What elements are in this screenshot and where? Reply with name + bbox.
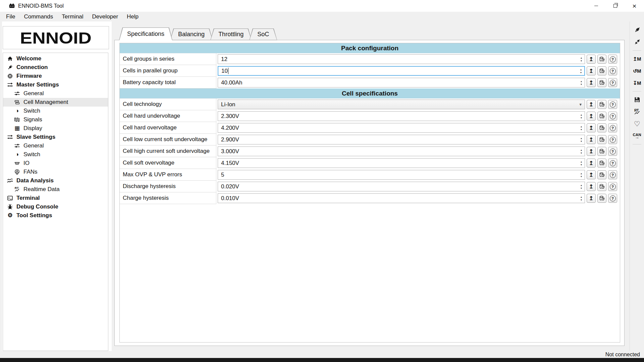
tab-throttling[interactable]: Throttling <box>210 28 252 40</box>
read-value-button[interactable] <box>597 66 606 75</box>
discharge-hysteresis-input[interactable]: 0.020V▴▾ <box>218 182 585 191</box>
sidebar-item-display[interactable]: ▦Display <box>3 124 108 133</box>
maximize-button[interactable] <box>606 0 625 12</box>
help-button[interactable]: ? <box>608 55 617 64</box>
save-button[interactable] <box>632 95 642 104</box>
sidebar-item-fans[interactable]: FANs <box>3 168 108 176</box>
close-button[interactable]: × <box>625 0 644 12</box>
cell-hard-overvoltage-input[interactable]: 4.200V▴▾ <box>218 123 585 133</box>
read-value-button[interactable] <box>597 55 606 64</box>
sidebar-item-welcome[interactable]: Welcome <box>3 54 108 63</box>
write-value-button[interactable]: ↥ <box>587 170 596 179</box>
spinner-buttons[interactable]: ▴▾ <box>579 182 584 191</box>
spinner-buttons[interactable]: ▴▾ <box>578 67 584 75</box>
read-value-button[interactable] <box>597 182 606 191</box>
can-bus-button[interactable]: CAN→ <box>632 131 642 140</box>
sidebar-item-general[interactable]: General <box>3 89 108 98</box>
tab-balancing[interactable]: Balancing <box>170 28 213 40</box>
read-value-button[interactable] <box>597 147 606 156</box>
sidebar-item-realtime-data[interactable]: RTRealtime Data <box>3 185 108 194</box>
menu-help[interactable]: Help <box>122 12 143 21</box>
sync-master-button[interactable]: ↺M <box>632 66 642 75</box>
spinner-buttons[interactable]: ▴▾ <box>579 194 584 202</box>
sidebar-item-io[interactable]: IO <box>3 159 108 168</box>
spinner-buttons[interactable]: ▴▾ <box>579 55 584 63</box>
help-button[interactable]: ? <box>608 182 617 191</box>
spinner-buttons[interactable]: ▴▾ <box>579 147 584 156</box>
realtime-data-button[interactable]: RT <box>632 107 642 116</box>
sidebar-item-general[interactable]: General <box>3 141 108 150</box>
support-button[interactable]: ♡ <box>632 119 642 128</box>
write-master-button[interactable]: ↥M <box>632 54 642 63</box>
spinner-buttons[interactable]: ▴▾ <box>579 171 584 179</box>
charge-hysteresis-input[interactable]: 0.010V▴▾ <box>218 193 585 203</box>
help-button[interactable]: ? <box>608 123 617 132</box>
help-button[interactable]: ? <box>608 100 617 109</box>
cell-technology-select[interactable]: Li-Ion▾ <box>218 100 585 109</box>
menu-terminal[interactable]: Terminal <box>57 12 88 21</box>
write-value-button[interactable]: ↥ <box>587 112 596 121</box>
write-value-button[interactable]: ↥ <box>587 55 596 64</box>
write-value-button[interactable]: ↥ <box>587 194 596 203</box>
write-value-button[interactable]: ↥ <box>587 66 596 75</box>
help-button[interactable]: ? <box>608 66 617 75</box>
write-value-button[interactable]: ↥ <box>587 135 596 144</box>
help-button[interactable]: ? <box>608 112 617 121</box>
menu-commands[interactable]: Commands <box>19 12 57 21</box>
spinner-buttons[interactable]: ▴▾ <box>579 159 584 167</box>
read-value-button[interactable] <box>597 135 606 144</box>
write-value-button[interactable]: ↥ <box>587 123 596 132</box>
minimize-button[interactable] <box>587 0 606 12</box>
read-master-button[interactable]: ↧M <box>632 78 642 87</box>
spinner-buttons[interactable]: ▴▾ <box>579 135 584 144</box>
sidebar-item-connection[interactable]: Connection <box>3 63 108 72</box>
sidebar-item-slave-settings[interactable]: Slave Settings <box>3 133 108 141</box>
sidebar-item-signals[interactable]: Signals <box>3 115 108 124</box>
sidebar-item-terminal[interactable]: Terminal <box>3 194 108 202</box>
read-value-button[interactable] <box>597 100 606 109</box>
write-value-button[interactable]: ↥ <box>587 159 596 168</box>
sidebar-item-switch[interactable]: ◑Switch <box>3 107 108 115</box>
write-value-button[interactable]: ↥ <box>587 147 596 156</box>
read-value-button[interactable] <box>597 170 606 179</box>
tab-specifications[interactable]: Specifications <box>119 27 172 40</box>
cell-soft-overvoltage-input[interactable]: 4.150V▴▾ <box>218 158 585 168</box>
spinner-buttons[interactable]: ▴▾ <box>579 112 584 120</box>
sidebar-item-master-settings[interactable]: Master Settings <box>3 80 108 89</box>
help-button[interactable]: ? <box>608 147 617 156</box>
cell-hard-undervoltage-input[interactable]: 2.300V▴▾ <box>218 111 585 121</box>
help-button[interactable]: ? <box>608 135 617 144</box>
tab-soc[interactable]: SoC <box>249 28 277 40</box>
sidebar-item-cell-management[interactable]: Cell Management <box>3 98 108 107</box>
sidebar-item-data-analysis[interactable]: Data Analysis <box>3 176 108 185</box>
sidebar-item-switch[interactable]: ◑Switch <box>3 150 108 159</box>
write-value-button[interactable]: ↥ <box>587 78 596 87</box>
cells-in-parallel-group-input[interactable]: 10▴▾ <box>218 66 585 76</box>
max-ovp-uvp-errors-input[interactable]: 5▴▾ <box>218 170 585 180</box>
disconnect-button[interactable] <box>632 38 642 47</box>
write-value-button[interactable]: ↥ <box>587 182 596 191</box>
connect-button[interactable] <box>632 25 642 35</box>
help-button[interactable]: ? <box>608 170 617 179</box>
read-value-button[interactable] <box>597 159 606 168</box>
read-value-button[interactable] <box>597 194 606 203</box>
read-value-button[interactable] <box>597 112 606 121</box>
sidebar-item-debug-console[interactable]: Debug Console <box>3 202 108 211</box>
help-button[interactable]: ? <box>608 159 617 168</box>
menu-file[interactable]: File <box>2 12 19 21</box>
help-button[interactable]: ? <box>608 194 617 203</box>
battery-capacity-total-input[interactable]: 40.00Ah▴▾ <box>218 78 585 87</box>
menu-developer[interactable]: Developer <box>88 12 123 21</box>
read-value-button[interactable] <box>597 123 606 132</box>
sidebar-item-firmware[interactable]: Firmware <box>3 72 108 80</box>
read-value-button[interactable] <box>597 78 606 87</box>
realtime-icon: RT <box>13 186 21 193</box>
cell-low-current-soft-undervoltage-input[interactable]: 2.900V▴▾ <box>218 135 585 144</box>
cell-groups-in-series-input[interactable]: 12▴▾ <box>218 54 585 64</box>
write-value-button[interactable]: ↥ <box>587 100 596 109</box>
cell-high-current-soft-undervoltage-input[interactable]: 3.000V▴▾ <box>218 146 585 156</box>
help-button[interactable]: ? <box>608 78 617 87</box>
spinner-buttons[interactable]: ▴▾ <box>579 78 584 87</box>
sidebar-item-tool-settings[interactable]: ⚙Tool Settings <box>3 211 108 220</box>
spinner-buttons[interactable]: ▴▾ <box>579 124 584 132</box>
